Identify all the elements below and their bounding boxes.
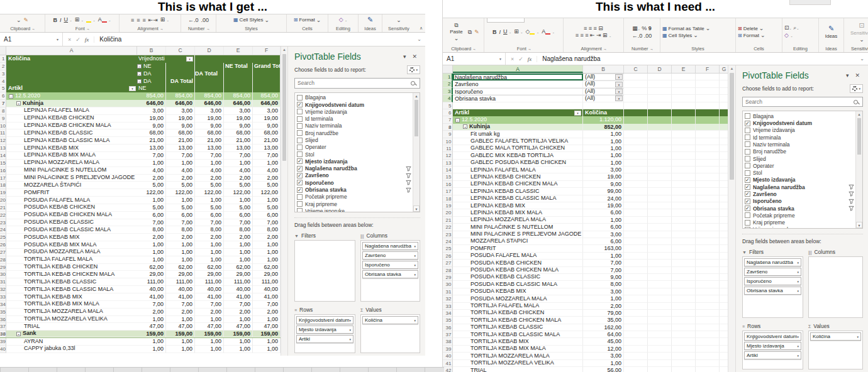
- value-cell[interactable]: 35,00: [583, 317, 624, 324]
- decrease-decimal-button[interactable]: .00: [201, 17, 209, 23]
- row-number[interactable]: 26: [443, 253, 453, 260]
- value-cell[interactable]: 1,00: [583, 138, 624, 145]
- value-cell[interactable]: 1,00: [195, 256, 224, 264]
- pill-dropdown-icon[interactable]: ▾: [798, 270, 799, 274]
- value-cell[interactable]: 7,00: [253, 301, 281, 309]
- row-number[interactable]: 37: [443, 331, 453, 338]
- row-label-cell[interactable]: AYRAN: [24, 338, 43, 345]
- align-right-button[interactable]: ≡: [142, 17, 145, 23]
- value-cell[interactable]: 2,00: [195, 234, 224, 241]
- field-checkbox[interactable]: [297, 173, 303, 178]
- values-filter-button[interactable]: ▾: [186, 57, 193, 62]
- field-pill[interactable]: Isporučeno▾: [744, 277, 801, 285]
- row-label-cell[interactable]: POMFRIT: [470, 245, 496, 252]
- field-pill[interactable]: Artikl▾: [744, 351, 801, 359]
- field-item[interactable]: Vrijeme isporuke: [297, 207, 412, 212]
- field-checkbox[interactable]: [745, 156, 750, 161]
- row-number[interactable]: 6: [443, 109, 453, 116]
- tools-button[interactable]: ▾: [850, 84, 863, 93]
- kolicina-header-cell[interactable]: Količina: [583, 109, 624, 116]
- value-cell[interactable]: 3,00: [583, 288, 624, 295]
- value-cell[interactable]: 854,00: [253, 92, 281, 100]
- row-label-cell[interactable]: LEPINJA KEBAB CHICKEN: [24, 115, 94, 122]
- row-label-cell[interactable]: LEPINJA KEBAB CLASSIC: [470, 188, 540, 195]
- row-label-cell[interactable]: CAPPY jabuka 0,33l: [24, 346, 75, 353]
- value-cell[interactable]: 6,00: [583, 209, 624, 216]
- row-label-cell[interactable]: MOZZARELA ŠTAPIĆI: [470, 238, 528, 245]
- value-cell[interactable]: 1,00: [253, 316, 281, 324]
- italic-button[interactable]: I: [499, 29, 501, 35]
- row-label-cell[interactable]: LEPINJA MOZZARELA MALA: [470, 217, 546, 224]
- ideas-button[interactable]: ✎Ideas: [823, 25, 840, 39]
- value-cell[interactable]: 646,00: [195, 100, 224, 107]
- field-item[interactable]: Naglašena narudžba: [745, 183, 855, 190]
- value-cell[interactable]: 1,00: [166, 316, 195, 324]
- row-label-cell[interactable]: TORTILJA KEBAB CLASSIC: [24, 278, 96, 285]
- cell-styles-button[interactable]: ▦Cell Styles⌄: [662, 32, 698, 38]
- value-cell[interactable]: 1,00: [166, 256, 195, 264]
- value-cell[interactable]: 111,00: [224, 278, 253, 286]
- format-button[interactable]: ⊞Format⌄: [738, 32, 765, 38]
- filter-field-cell[interactable]: Isporučeno: [455, 89, 483, 95]
- tools-button[interactable]: ▾: [407, 65, 420, 74]
- fill-button[interactable]: ⊡⌄ ⌕⌄: [784, 25, 799, 31]
- row-label-cell[interactable]: LEPINJA KEBAB CLASSIC MALA: [470, 195, 557, 202]
- column-header[interactable]: E: [224, 46, 253, 55]
- field-checkbox[interactable]: [297, 194, 303, 200]
- row-label-cell[interactable]: LEPINJA KEBAB CHICKEN: [470, 173, 541, 180]
- field-item[interactable]: Id terminala: [745, 134, 855, 141]
- value-cell[interactable]: 68,00: [253, 129, 281, 137]
- row-number[interactable]: 7: [0, 100, 6, 107]
- field-item[interactable]: Isporučeno: [297, 179, 412, 186]
- value-cell[interactable]: 19,00: [195, 115, 224, 123]
- value-cell[interactable]: 159,00: [137, 331, 166, 337]
- row-number[interactable]: 2: [0, 63, 6, 70]
- field-item[interactable]: Broj narudžbe: [297, 129, 412, 136]
- format-button[interactable]: ⊞Format⌄: [294, 17, 321, 23]
- cancel-icon[interactable]: ×: [68, 36, 71, 43]
- row-label-cell[interactable]: TRIAL: [24, 323, 40, 330]
- row-number[interactable]: 36: [0, 316, 6, 324]
- row-number[interactable]: 1: [443, 74, 453, 80]
- filter-field-cell[interactable]: Naglašena narudžba: [455, 74, 507, 80]
- value-cell[interactable]: 1,00: [583, 152, 624, 159]
- row-number[interactable]: 28: [0, 256, 6, 264]
- value-cell[interactable]: 68,00: [166, 129, 195, 137]
- col-group-da[interactable]: DA: [143, 78, 152, 85]
- row-label-cell[interactable]: POSUDA MOZZARELA MALA: [24, 249, 101, 256]
- da-total-cell[interactable]: DA Total: [195, 70, 224, 78]
- row-number[interactable]: 31: [443, 288, 453, 295]
- collapse-icon[interactable]: -: [137, 64, 142, 68]
- fields-search-input[interactable]: Search: [294, 78, 420, 89]
- row-number[interactable]: 33: [0, 293, 6, 301]
- values-label-cell[interactable]: Vrijednosti: [137, 55, 165, 63]
- value-cell[interactable]: 62,00: [224, 264, 253, 271]
- value-cell[interactable]: 7,00: [137, 152, 166, 160]
- field-pill[interactable]: Artikl▾: [296, 335, 353, 343]
- field-item[interactable]: Početak pripreme: [297, 194, 412, 200]
- formula-bar-expand-icon[interactable]: ⌄: [856, 56, 868, 62]
- value-cell[interactable]: 646,00: [224, 100, 253, 107]
- select-all-corner[interactable]: [443, 65, 453, 73]
- value-cell[interactable]: 19,00: [583, 173, 624, 180]
- row-number[interactable]: 19: [0, 189, 6, 197]
- row-number[interactable]: 38: [443, 338, 453, 345]
- filters-dropzone[interactable]: [294, 240, 355, 302]
- insert-function-icon[interactable]: fx: [85, 36, 89, 43]
- field-checkbox[interactable]: [745, 163, 750, 168]
- field-pill[interactable]: Knjigovodstveni datum▾: [744, 332, 801, 341]
- field-checkbox[interactable]: [297, 116, 303, 122]
- formula-input[interactable]: Količina: [94, 36, 413, 43]
- value-cell[interactable]: 646,00: [253, 100, 281, 107]
- column-header[interactable]: C: [624, 65, 648, 73]
- scrollbar-thumb[interactable]: [857, 118, 861, 155]
- field-pill[interactable]: Naglašena narudžba▾: [744, 258, 801, 266]
- field-checkbox[interactable]: [297, 180, 303, 185]
- value-cell[interactable]: 7,00: [224, 301, 253, 309]
- number-format-buttons[interactable]: ▦⌄ % 9: [632, 25, 652, 32]
- values-dropzone[interactable]: Količina▾: [808, 331, 863, 369]
- row-label-cell[interactable]: TRIAL: [470, 367, 487, 372]
- clear-button[interactable]: ◇ ⌄: [784, 32, 793, 39]
- scroll-up-icon[interactable]: ▲: [281, 46, 287, 53]
- pill-dropdown-icon[interactable]: ▾: [350, 328, 352, 332]
